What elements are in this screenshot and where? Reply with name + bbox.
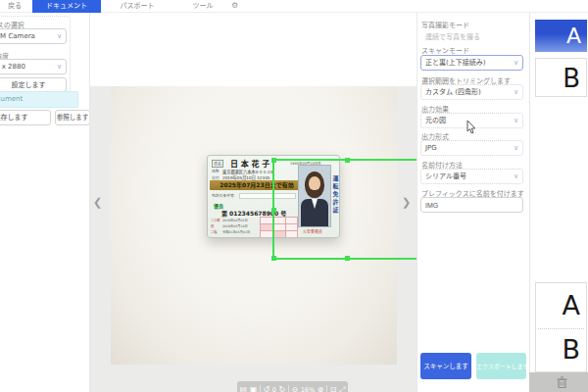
zoom-level-value: 16%: [301, 386, 315, 392]
license-row2-label: 他: [211, 223, 214, 228]
tab-tools[interactable]: ツール: [178, 0, 227, 13]
chevron-down-icon: ∨: [514, 85, 518, 99]
chevron-down-icon: ∨: [514, 141, 518, 155]
license-address: 東京都港区六本木0-1-1-23: [222, 169, 272, 174]
resolution-select-value: 0 x 2880: [0, 63, 25, 71]
thumbnail-page-a-selected[interactable]: A: [535, 20, 587, 52]
selection-handle-n[interactable]: [345, 158, 350, 163]
tab-document[interactable]: ドキュメント: [32, 0, 101, 13]
license-row3-label: 二種: [211, 229, 217, 234]
rotate-right-icon[interactable]: ↻: [279, 381, 286, 392]
fit-screen-icon[interactable]: ⤢: [339, 381, 345, 392]
export-preview-b: B: [536, 328, 586, 371]
browse-button[interactable]: 参照します: [55, 110, 90, 125]
save-button[interactable]: 保存します: [0, 110, 51, 125]
prefix-input[interactable]: [420, 197, 523, 213]
resolution-select[interactable]: 0 x 2880 ∨: [0, 59, 67, 74]
chevron-down-icon: ∨: [57, 60, 62, 74]
license-address-label: 住所: [212, 169, 220, 173]
toolbar-divider: [326, 385, 327, 392]
scan-mode-value: 正と裏(上下接続み): [425, 59, 485, 67]
thumbnail-page-b[interactable]: B: [535, 58, 587, 97]
crop-mode-select[interactable]: カスタム (四角形) ∨: [420, 84, 523, 100]
zoom-out-icon[interactable]: ⊖: [291, 381, 298, 392]
chevron-down-icon: ∨: [514, 170, 518, 183]
crop-mode-value: カスタム (四角形): [425, 88, 481, 96]
license-conditions-label: 免許の条件等: [212, 193, 234, 198]
image-icon[interactable]: ▤: [240, 381, 248, 392]
camera-icon[interactable]: ▣: [250, 381, 258, 392]
zoom-in-icon[interactable]: ⊕: [318, 381, 324, 392]
naming-method-value: シリアル番号: [425, 172, 466, 180]
crop-selection-box[interactable]: [272, 159, 421, 260]
scan-mode-label: スキャンモード: [421, 45, 469, 55]
scanner-app-window: 戻る ドキュメント パスポート ツール ⚙ デバイスの選択 UM Camera …: [0, 0, 588, 392]
rotate-angle-value: 0: [272, 386, 276, 392]
chevron-down-icon: ∨: [514, 114, 518, 127]
gear-icon[interactable]: ⚙: [231, 1, 238, 10]
toolbar-divider: [260, 385, 261, 392]
license-row1-label: 二小原: [211, 218, 220, 222]
top-tab-bar: 戻る ドキュメント パスポート ツール ⚙: [0, 0, 588, 13]
output-format-select[interactable]: JPG ∨: [420, 140, 523, 156]
chevron-down-icon: ∨: [514, 56, 518, 70]
export-preview-card[interactable]: A B: [535, 282, 587, 372]
export-preview-a: A: [536, 283, 586, 327]
license-grade: 優良: [214, 202, 223, 209]
back-button[interactable]: 戻る: [2, 0, 27, 13]
device-select[interactable]: UM Camera ∨: [0, 28, 67, 44]
license-name-label: 氏名: [212, 160, 223, 168]
preview-top-margin: [90, 13, 416, 86]
selection-handle-sw[interactable]: [271, 256, 276, 261]
license-name: 日 本 花 子: [230, 158, 270, 169]
photo-mode-hint: 連続で写真を撮る: [425, 31, 480, 41]
export-button[interactable]: エクスポートします: [476, 353, 526, 379]
preview-area: 氏名 日 本 花 子 1990年05月10日生 住所 東京都港区六本木0-1-1…: [90, 13, 416, 392]
thumbnail-footer-bar: [529, 372, 588, 392]
device-select-value: UM Camera: [0, 32, 35, 40]
selection-handle-w[interactable]: [271, 208, 276, 213]
scan-mode-select[interactable]: 正と裏(上下接続み) ∨: [420, 55, 523, 71]
license-issue-label: 交付: [212, 175, 220, 180]
thumbnail-sidebar: A B A B: [529, 13, 588, 392]
license-row3-date: 令和01年05月01日: [222, 229, 250, 234]
output-format-value: JPG: [425, 144, 437, 152]
scan-settings-panel: 写真撮影モード 連続で写真を撮る スキャンモード 正と裏(上下接続み) ∨ 選択…: [416, 13, 529, 392]
left-settings-panel: デバイスの選択 UM Camera ∨ 解像度 0 x 2880 ∨ 設定します…: [0, 13, 90, 392]
previous-page-arrow[interactable]: ❮: [93, 197, 102, 208]
scan-button[interactable]: スキャンします: [420, 353, 471, 379]
save-path-field[interactable]: Document: [0, 91, 78, 108]
license-row1-date: 2019年04月01日: [222, 218, 248, 222]
selection-handle-s[interactable]: [345, 256, 350, 261]
chevron-down-icon: ∨: [57, 29, 62, 43]
apply-settings-button[interactable]: 設定します: [0, 77, 67, 92]
rotate-left-icon[interactable]: ↺: [264, 381, 270, 392]
view-toolbar: ▤ ▣ ↺ 0 ↻ ⊖ 16% ⊕ ⊡ ⤢: [237, 381, 348, 392]
tab-passport[interactable]: パスポート: [108, 0, 167, 13]
crop-icon[interactable]: ⊡: [330, 381, 337, 392]
selection-handle-nw[interactable]: [271, 158, 276, 163]
mouse-cursor: [466, 121, 476, 134]
output-effect-value: 元の図: [425, 117, 446, 124]
license-row2-date: 2019年05月10日: [222, 223, 248, 228]
next-page-arrow[interactable]: ❯: [402, 197, 411, 208]
license-category-cell: [260, 230, 273, 238]
naming-method-select[interactable]: シリアル番号 ∨: [420, 169, 523, 184]
trash-icon[interactable]: [557, 376, 567, 388]
photo-mode-label: 写真撮影モード: [421, 20, 469, 29]
toolbar-divider: [288, 385, 289, 392]
